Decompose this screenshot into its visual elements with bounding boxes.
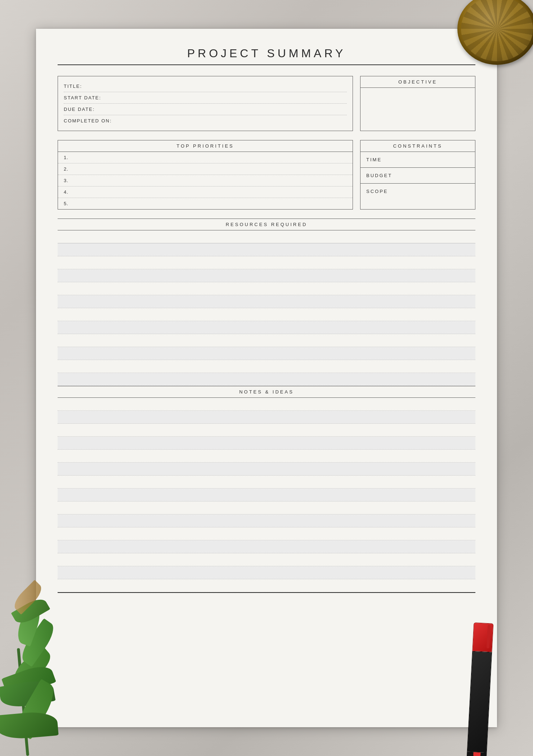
note-line: [58, 540, 475, 553]
resource-line: [58, 269, 475, 282]
note-line: [58, 489, 475, 501]
info-box: TITLE: START DATE: DUE DATE: COMPLETED O…: [58, 76, 353, 131]
middle-section: TOP PRIORITIES 1. 2. 3. 4. 5. CONSTRAINT…: [58, 140, 475, 210]
note-line: [58, 566, 475, 579]
note-line: [58, 579, 475, 592]
bottom-divider: [58, 592, 475, 593]
note-line: [58, 424, 475, 437]
note-line: [58, 463, 475, 476]
marker-clip: [487, 625, 491, 648]
resource-line: [58, 321, 475, 334]
priorities-header: TOP PRIORITIES: [58, 140, 353, 152]
resource-line: [58, 334, 475, 347]
due-date-field: DUE DATE:: [64, 104, 347, 115]
priorities-box: TOP PRIORITIES 1. 2. 3. 4. 5.: [58, 140, 353, 210]
constraint-scope: SCOPE: [360, 184, 475, 199]
objective-content: [360, 88, 475, 131]
marker-tip: [466, 752, 487, 756]
note-line: [58, 450, 475, 463]
priority-item-1: 1.: [58, 152, 353, 163]
priority-item-3: 3.: [58, 175, 353, 186]
note-line: [58, 398, 475, 411]
resources-lines: [58, 230, 475, 386]
plant-decoration: [0, 576, 101, 756]
note-line: [58, 437, 475, 450]
resource-line: [58, 373, 475, 386]
objective-box: OBJECTIVE: [360, 76, 475, 131]
constraint-budget: BUDGET: [360, 168, 475, 184]
priority-item-2: 2.: [58, 163, 353, 175]
objective-header: OBJECTIVE: [360, 76, 475, 88]
constraint-time: TIME: [360, 152, 475, 168]
resource-line: [58, 230, 475, 243]
title-field: TITLE:: [64, 81, 347, 92]
marker-cap: [472, 622, 493, 652]
note-line: [58, 527, 475, 540]
resource-line: [58, 282, 475, 295]
resource-line: [58, 243, 475, 256]
note-line: [58, 476, 475, 489]
completed-on-field: COMPLETED ON:: [64, 115, 347, 126]
notes-section: NOTES & IDEAS: [58, 386, 475, 593]
title-divider: [58, 64, 475, 65]
priority-item-5: 5.: [58, 198, 353, 209]
resource-line: [58, 347, 475, 360]
paper-document: PROJECT SUMMARY TITLE: START DATE: DUE D…: [36, 29, 497, 727]
notes-header: NOTES & IDEAS: [58, 386, 475, 398]
start-date-field: START DATE:: [64, 92, 347, 104]
constraints-box: CONSTRAINTS TIME BUDGET SCOPE: [360, 140, 475, 210]
resource-line: [58, 308, 475, 321]
note-line: [58, 501, 475, 514]
note-line: [58, 514, 475, 527]
resources-section: RESOURCES REQUIRED: [58, 219, 475, 386]
top-section: TITLE: START DATE: DUE DATE: COMPLETED O…: [58, 76, 475, 131]
resource-line: [58, 360, 475, 373]
resource-line: [58, 295, 475, 308]
page-title: PROJECT SUMMARY: [58, 47, 475, 60]
resources-header: RESOURCES REQUIRED: [58, 219, 475, 230]
constraints-header: CONSTRAINTS: [360, 140, 475, 152]
notes-lines: [58, 398, 475, 592]
priority-item-4: 4.: [58, 186, 353, 198]
resource-line: [58, 256, 475, 269]
note-line: [58, 553, 475, 566]
leaf: [0, 710, 59, 741]
note-line: [58, 411, 475, 424]
marker-tip-end: [473, 752, 480, 756]
